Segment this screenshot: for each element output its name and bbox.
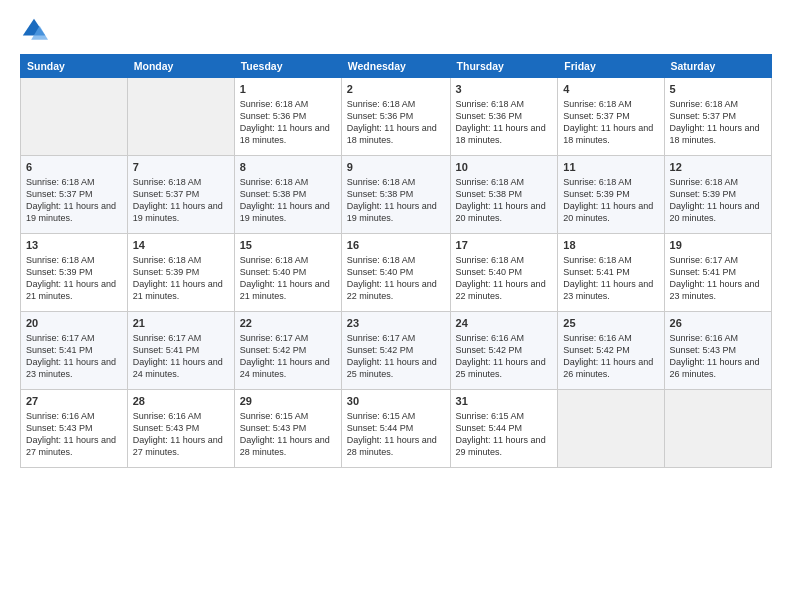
calendar-cell: 18Sunrise: 6:18 AM Sunset: 5:41 PM Dayli… xyxy=(558,234,664,312)
day-number: 28 xyxy=(133,394,229,409)
day-info: Sunrise: 6:18 AM Sunset: 5:36 PM Dayligh… xyxy=(240,98,336,147)
day-number: 6 xyxy=(26,160,122,175)
calendar-cell: 9Sunrise: 6:18 AM Sunset: 5:38 PM Daylig… xyxy=(341,156,450,234)
day-info: Sunrise: 6:18 AM Sunset: 5:39 PM Dayligh… xyxy=(670,176,766,225)
day-number: 4 xyxy=(563,82,658,97)
col-thursday: Thursday xyxy=(450,55,558,78)
col-sunday: Sunday xyxy=(21,55,128,78)
day-number: 30 xyxy=(347,394,445,409)
calendar-cell: 12Sunrise: 6:18 AM Sunset: 5:39 PM Dayli… xyxy=(664,156,771,234)
calendar-cell: 1Sunrise: 6:18 AM Sunset: 5:36 PM Daylig… xyxy=(234,78,341,156)
logo xyxy=(20,16,50,44)
day-number: 8 xyxy=(240,160,336,175)
calendar-cell xyxy=(664,390,771,468)
day-info: Sunrise: 6:15 AM Sunset: 5:44 PM Dayligh… xyxy=(347,410,445,459)
calendar-cell: 28Sunrise: 6:16 AM Sunset: 5:43 PM Dayli… xyxy=(127,390,234,468)
day-info: Sunrise: 6:18 AM Sunset: 5:37 PM Dayligh… xyxy=(133,176,229,225)
day-number: 15 xyxy=(240,238,336,253)
day-number: 25 xyxy=(563,316,658,331)
day-info: Sunrise: 6:18 AM Sunset: 5:39 PM Dayligh… xyxy=(563,176,658,225)
page: Sunday Monday Tuesday Wednesday Thursday… xyxy=(0,0,792,612)
day-number: 19 xyxy=(670,238,766,253)
calendar-cell: 10Sunrise: 6:18 AM Sunset: 5:38 PM Dayli… xyxy=(450,156,558,234)
calendar-cell xyxy=(127,78,234,156)
day-info: Sunrise: 6:18 AM Sunset: 5:38 PM Dayligh… xyxy=(347,176,445,225)
calendar-cell: 31Sunrise: 6:15 AM Sunset: 5:44 PM Dayli… xyxy=(450,390,558,468)
calendar-cell: 16Sunrise: 6:18 AM Sunset: 5:40 PM Dayli… xyxy=(341,234,450,312)
calendar-header-row: Sunday Monday Tuesday Wednesday Thursday… xyxy=(21,55,772,78)
day-info: Sunrise: 6:18 AM Sunset: 5:37 PM Dayligh… xyxy=(26,176,122,225)
day-info: Sunrise: 6:16 AM Sunset: 5:43 PM Dayligh… xyxy=(133,410,229,459)
day-info: Sunrise: 6:18 AM Sunset: 5:38 PM Dayligh… xyxy=(240,176,336,225)
day-number: 31 xyxy=(456,394,553,409)
calendar-week-2: 6Sunrise: 6:18 AM Sunset: 5:37 PM Daylig… xyxy=(21,156,772,234)
day-number: 16 xyxy=(347,238,445,253)
day-info: Sunrise: 6:16 AM Sunset: 5:42 PM Dayligh… xyxy=(563,332,658,381)
day-number: 14 xyxy=(133,238,229,253)
calendar-cell: 21Sunrise: 6:17 AM Sunset: 5:41 PM Dayli… xyxy=(127,312,234,390)
calendar-cell: 23Sunrise: 6:17 AM Sunset: 5:42 PM Dayli… xyxy=(341,312,450,390)
day-number: 26 xyxy=(670,316,766,331)
day-info: Sunrise: 6:16 AM Sunset: 5:42 PM Dayligh… xyxy=(456,332,553,381)
day-info: Sunrise: 6:18 AM Sunset: 5:38 PM Dayligh… xyxy=(456,176,553,225)
calendar-week-5: 27Sunrise: 6:16 AM Sunset: 5:43 PM Dayli… xyxy=(21,390,772,468)
logo-icon xyxy=(20,16,48,44)
calendar-cell: 11Sunrise: 6:18 AM Sunset: 5:39 PM Dayli… xyxy=(558,156,664,234)
day-info: Sunrise: 6:18 AM Sunset: 5:40 PM Dayligh… xyxy=(347,254,445,303)
calendar-cell xyxy=(558,390,664,468)
col-friday: Friday xyxy=(558,55,664,78)
day-info: Sunrise: 6:17 AM Sunset: 5:42 PM Dayligh… xyxy=(240,332,336,381)
day-number: 3 xyxy=(456,82,553,97)
day-number: 20 xyxy=(26,316,122,331)
day-info: Sunrise: 6:18 AM Sunset: 5:36 PM Dayligh… xyxy=(347,98,445,147)
calendar-cell: 26Sunrise: 6:16 AM Sunset: 5:43 PM Dayli… xyxy=(664,312,771,390)
day-number: 29 xyxy=(240,394,336,409)
calendar-cell: 22Sunrise: 6:17 AM Sunset: 5:42 PM Dayli… xyxy=(234,312,341,390)
day-info: Sunrise: 6:16 AM Sunset: 5:43 PM Dayligh… xyxy=(670,332,766,381)
calendar-cell: 8Sunrise: 6:18 AM Sunset: 5:38 PM Daylig… xyxy=(234,156,341,234)
calendar-cell: 20Sunrise: 6:17 AM Sunset: 5:41 PM Dayli… xyxy=(21,312,128,390)
calendar-week-4: 20Sunrise: 6:17 AM Sunset: 5:41 PM Dayli… xyxy=(21,312,772,390)
day-info: Sunrise: 6:15 AM Sunset: 5:43 PM Dayligh… xyxy=(240,410,336,459)
calendar-cell: 7Sunrise: 6:18 AM Sunset: 5:37 PM Daylig… xyxy=(127,156,234,234)
day-number: 13 xyxy=(26,238,122,253)
day-info: Sunrise: 6:18 AM Sunset: 5:41 PM Dayligh… xyxy=(563,254,658,303)
calendar-cell: 25Sunrise: 6:16 AM Sunset: 5:42 PM Dayli… xyxy=(558,312,664,390)
day-info: Sunrise: 6:18 AM Sunset: 5:37 PM Dayligh… xyxy=(563,98,658,147)
day-number: 23 xyxy=(347,316,445,331)
calendar-cell: 4Sunrise: 6:18 AM Sunset: 5:37 PM Daylig… xyxy=(558,78,664,156)
day-number: 12 xyxy=(670,160,766,175)
calendar-cell: 6Sunrise: 6:18 AM Sunset: 5:37 PM Daylig… xyxy=(21,156,128,234)
day-info: Sunrise: 6:18 AM Sunset: 5:37 PM Dayligh… xyxy=(670,98,766,147)
calendar-cell: 24Sunrise: 6:16 AM Sunset: 5:42 PM Dayli… xyxy=(450,312,558,390)
day-number: 24 xyxy=(456,316,553,331)
day-number: 7 xyxy=(133,160,229,175)
col-wednesday: Wednesday xyxy=(341,55,450,78)
day-number: 27 xyxy=(26,394,122,409)
calendar-cell: 30Sunrise: 6:15 AM Sunset: 5:44 PM Dayli… xyxy=(341,390,450,468)
day-number: 5 xyxy=(670,82,766,97)
day-info: Sunrise: 6:16 AM Sunset: 5:43 PM Dayligh… xyxy=(26,410,122,459)
day-info: Sunrise: 6:18 AM Sunset: 5:40 PM Dayligh… xyxy=(456,254,553,303)
col-saturday: Saturday xyxy=(664,55,771,78)
day-info: Sunrise: 6:18 AM Sunset: 5:36 PM Dayligh… xyxy=(456,98,553,147)
day-info: Sunrise: 6:17 AM Sunset: 5:42 PM Dayligh… xyxy=(347,332,445,381)
day-info: Sunrise: 6:18 AM Sunset: 5:39 PM Dayligh… xyxy=(133,254,229,303)
day-number: 1 xyxy=(240,82,336,97)
day-info: Sunrise: 6:17 AM Sunset: 5:41 PM Dayligh… xyxy=(26,332,122,381)
calendar-cell: 15Sunrise: 6:18 AM Sunset: 5:40 PM Dayli… xyxy=(234,234,341,312)
calendar-cell: 2Sunrise: 6:18 AM Sunset: 5:36 PM Daylig… xyxy=(341,78,450,156)
col-monday: Monday xyxy=(127,55,234,78)
day-number: 10 xyxy=(456,160,553,175)
calendar-cell: 5Sunrise: 6:18 AM Sunset: 5:37 PM Daylig… xyxy=(664,78,771,156)
day-info: Sunrise: 6:17 AM Sunset: 5:41 PM Dayligh… xyxy=(670,254,766,303)
day-number: 18 xyxy=(563,238,658,253)
day-number: 22 xyxy=(240,316,336,331)
calendar-cell: 17Sunrise: 6:18 AM Sunset: 5:40 PM Dayli… xyxy=(450,234,558,312)
calendar-cell: 27Sunrise: 6:16 AM Sunset: 5:43 PM Dayli… xyxy=(21,390,128,468)
day-number: 11 xyxy=(563,160,658,175)
calendar-cell: 19Sunrise: 6:17 AM Sunset: 5:41 PM Dayli… xyxy=(664,234,771,312)
day-info: Sunrise: 6:18 AM Sunset: 5:40 PM Dayligh… xyxy=(240,254,336,303)
calendar-cell: 3Sunrise: 6:18 AM Sunset: 5:36 PM Daylig… xyxy=(450,78,558,156)
day-info: Sunrise: 6:18 AM Sunset: 5:39 PM Dayligh… xyxy=(26,254,122,303)
